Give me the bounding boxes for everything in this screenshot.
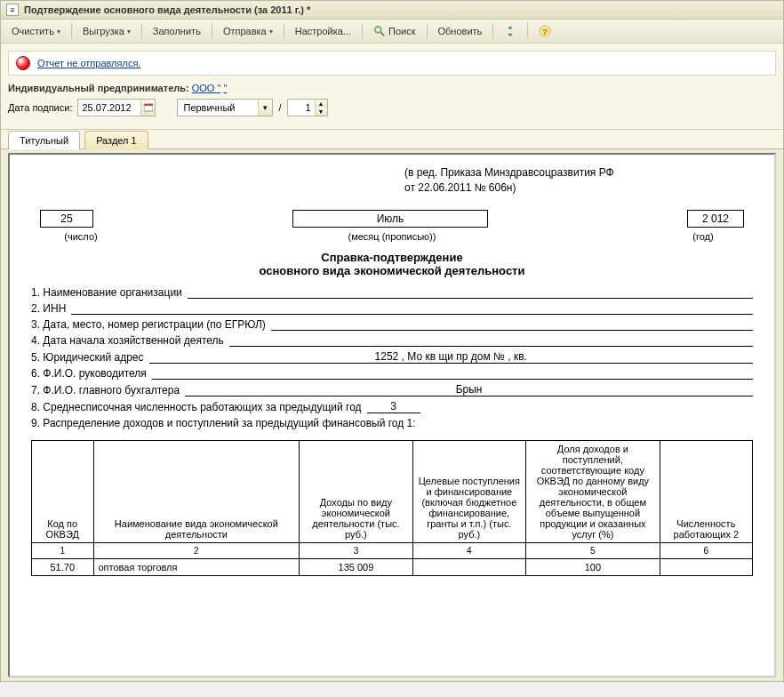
tabs: Титульный Раздел 1 — [1, 130, 783, 149]
toolbar-separator — [492, 23, 493, 39]
f9-label: 9. Распределение доходов и поступлений з… — [31, 417, 416, 429]
f1-value[interactable] — [188, 298, 753, 299]
calendar-icon[interactable] — [140, 100, 155, 116]
send-button[interactable]: Отправка ▾ — [217, 23, 279, 39]
status-icon — [16, 56, 30, 70]
th-income: Доходы по виду экономической деятельност… — [300, 440, 412, 542]
spin-down-icon[interactable]: ▼ — [315, 108, 327, 116]
slash: / — [278, 102, 281, 113]
date-day-box: 25 — [40, 210, 93, 228]
org-quote: " — [223, 83, 227, 93]
f7-label: 7. Ф.И.О. главного бухгалтера — [31, 384, 180, 397]
f4-value[interactable] — [229, 346, 753, 347]
table-row[interactable]: 51.70 оптовая торговля 135 009 100 — [32, 558, 753, 575]
sign-date-input[interactable] — [77, 99, 156, 116]
sign-date-field[interactable] — [78, 100, 140, 116]
tab-section1[interactable]: Раздел 1 — [84, 131, 148, 149]
toolbar: Очистить ▾ Выгрузка ▾ Заполнить Отправка… — [1, 20, 783, 44]
fill-label: Заполнить — [153, 26, 201, 36]
distribution-table: Код по ОКВЭД Наименование вида экономиче… — [31, 440, 753, 576]
window-title: Подтверждение основного вида деятельност… — [24, 4, 310, 15]
header-note-1: (в ред. Приказа Минздравсоцразвития РФ — [404, 165, 753, 180]
f8-value[interactable]: 3 — [367, 400, 420, 413]
chevron-down-icon[interactable]: ▾ — [258, 100, 272, 116]
org-link[interactable]: ООО " — [192, 83, 221, 93]
f5-value[interactable]: 1252 , Мо кв щи пр дом № , кв. — [149, 350, 754, 364]
f2-value[interactable] — [71, 314, 753, 315]
variant-value: Первичный — [178, 100, 258, 116]
svg-text:?: ? — [542, 27, 548, 36]
chevron-down-icon: ▾ — [57, 28, 60, 36]
toolbar-separator — [71, 23, 72, 39]
caption-month: (месяц (прописью)) — [280, 231, 504, 242]
document: (в ред. Приказа Минздравсоцразвития РФ о… — [10, 155, 774, 587]
date-year-box: 2 012 — [687, 210, 744, 228]
toolbar-separator — [427, 23, 428, 39]
th-workers: Численность работающих 2 — [660, 440, 752, 542]
toolbar-separator — [362, 23, 363, 39]
f1-label: 1. Наименование организации — [31, 286, 182, 299]
svg-line-1 — [380, 32, 384, 36]
coln-5: 5 — [526, 542, 660, 558]
cell-okved[interactable]: 51.70 — [32, 558, 94, 575]
f4-label: 4. Дата начала хозяйственной деятель — [31, 334, 224, 347]
unload-button[interactable]: Выгрузка ▾ — [76, 23, 137, 39]
svg-point-0 — [375, 27, 381, 33]
clear-label: Очистить — [12, 26, 54, 36]
doc-subtitle: основного вида экономической деятельност… — [31, 264, 753, 277]
caption-year: (год) — [662, 231, 744, 242]
fill-button[interactable]: Заполнить — [147, 23, 207, 39]
f8-label: 8. Среднесписочная численность работающи… — [31, 401, 362, 413]
f3-value[interactable] — [271, 330, 753, 331]
refresh-button[interactable]: Обновить — [432, 23, 489, 39]
status-text[interactable]: Отчет не отправлялся. — [37, 58, 140, 68]
coln-4: 4 — [412, 542, 525, 558]
toolbar-separator — [284, 23, 284, 39]
org-row: Индивидуальный предприниматель: ООО " " — [8, 83, 776, 93]
coln-3: 3 — [300, 542, 412, 558]
unload-label: Выгрузка — [83, 26, 124, 36]
cell-share[interactable]: 100 — [526, 558, 660, 575]
cell-workers[interactable] — [660, 558, 752, 575]
refresh-label: Обновить — [438, 26, 483, 36]
f6-value[interactable] — [152, 379, 753, 380]
toolbar-separator — [141, 23, 142, 39]
search-icon — [373, 25, 386, 37]
doc-title: Справка-подтверждение — [31, 251, 753, 264]
variant-number-spinner[interactable]: ▲ ▼ — [287, 99, 328, 116]
cell-activity[interactable]: оптовая торговля — [93, 558, 300, 575]
clear-button[interactable]: Очистить ▾ — [5, 23, 67, 39]
expand-button[interactable] — [498, 22, 523, 40]
help-button[interactable]: ? — [532, 22, 557, 40]
th-funding: Целевые поступления и финансирование (вк… — [412, 440, 525, 542]
expand-icon — [504, 25, 516, 37]
svg-rect-5 — [144, 104, 153, 106]
header-note-2: от 22.06.2011 № 606н) — [404, 180, 753, 196]
org-label: Индивидуальный предприниматель: — [8, 83, 189, 93]
caption-day: (число) — [40, 231, 122, 242]
f7-value[interactable]: Брын — [185, 383, 753, 397]
spin-up-icon[interactable]: ▲ — [315, 100, 327, 108]
variant-number-field[interactable] — [288, 100, 315, 116]
chevron-down-icon: ▾ — [269, 28, 273, 36]
coln-1: 1 — [32, 542, 94, 558]
th-activity: Наименование вида экономической деятельн… — [93, 440, 300, 542]
th-okved: Код по ОКВЭД — [32, 440, 94, 542]
variant-select[interactable]: Первичный ▾ — [177, 99, 273, 116]
cell-income[interactable]: 135 009 — [300, 558, 412, 575]
f2-label: 2. ИНН — [31, 302, 66, 315]
app-icon: ≡ — [6, 4, 19, 16]
f5-label: 5. Юридический адрес — [31, 351, 144, 364]
tab-title[interactable]: Титульный — [8, 131, 80, 149]
settings-label: Настройка... — [295, 26, 351, 36]
f3-label: 3. Дата, место, номер регистрации (по ЕГ… — [31, 318, 266, 331]
cell-funding[interactable] — [412, 558, 525, 575]
coln-2: 2 — [93, 542, 300, 558]
settings-button[interactable]: Настройка... — [289, 23, 357, 39]
coln-6: 6 — [660, 542, 752, 558]
search-button[interactable]: Поиск — [367, 22, 421, 40]
send-label: Отправка — [223, 26, 267, 36]
date-month-box: Июль — [292, 210, 488, 228]
status-bar: Отчет не отправлялся. — [8, 51, 776, 76]
toolbar-separator — [527, 23, 528, 39]
